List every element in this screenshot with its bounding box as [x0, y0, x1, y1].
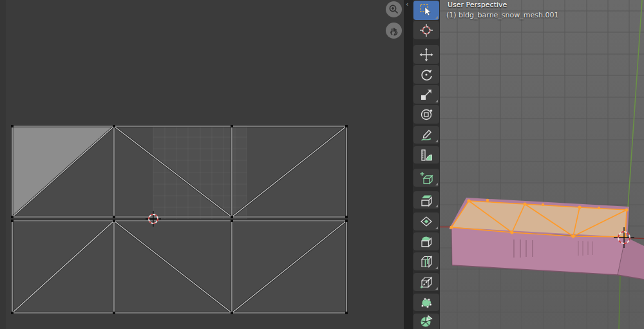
- tool-scale[interactable]: [413, 85, 439, 104]
- tool-inset-faces[interactable]: [413, 212, 439, 230]
- tool-annotate[interactable]: [413, 126, 439, 144]
- blender-window: ‹: [0, 0, 644, 329]
- tool-move[interactable]: [413, 45, 439, 64]
- select-box-icon: [419, 3, 433, 17]
- scale-icon: [419, 88, 433, 102]
- tool-loop-cut[interactable]: [413, 252, 439, 270]
- y-axis-green-negative: [619, 275, 620, 329]
- transform-icon: [419, 108, 433, 122]
- building-mesh[interactable]: [449, 198, 644, 279]
- viewport-view-label: User Perspective: [448, 1, 507, 9]
- magnifier-plus-icon: [388, 4, 399, 15]
- move-icon: [419, 48, 433, 62]
- viewport-object-label: (1) bldg_barne_snow_mesh.001: [446, 11, 558, 19]
- rotate-icon: [419, 68, 433, 82]
- tool-bevel[interactable]: [413, 232, 439, 250]
- viewport-3d[interactable]: User Perspective (1) bldg_barne_snow_mes…: [440, 0, 644, 329]
- hand-icon: [389, 26, 399, 36]
- tool-poly-build[interactable]: [413, 294, 439, 311]
- axis-lines: [440, 0, 644, 329]
- extrude-region-icon: [419, 193, 433, 207]
- y-axis-green: [628, 0, 642, 208]
- tool-cursor[interactable]: [413, 21, 439, 39]
- uv-editor-canvas[interactable]: [0, 0, 404, 329]
- add-cube-icon: [419, 171, 433, 185]
- loop-cut-icon: [419, 254, 433, 268]
- tool-measure[interactable]: [413, 146, 439, 164]
- collapse-chevron-icon[interactable]: ‹: [406, 1, 408, 8]
- tool-rotate[interactable]: [413, 65, 439, 84]
- tool-toolbar: [413, 0, 440, 329]
- cursor-tool-icon: [419, 23, 433, 37]
- uv-mesh-drawing: [0, 0, 404, 329]
- tool-knife[interactable]: [413, 273, 439, 291]
- spin-icon: [419, 314, 433, 328]
- editor-separator: ‹: [404, 0, 413, 329]
- pan-button[interactable]: [386, 23, 402, 39]
- tool-transform[interactable]: [413, 105, 439, 124]
- tool-spin[interactable]: [413, 314, 439, 329]
- inset-faces-icon: [419, 214, 433, 229]
- tool-select-box[interactable]: [413, 1, 439, 20]
- tool-add-cube[interactable]: [413, 169, 439, 187]
- bevel-icon: [419, 234, 433, 249]
- zoom-button[interactable]: [386, 1, 402, 17]
- annotate-icon: [419, 128, 433, 142]
- poly-build-icon: [419, 296, 433, 310]
- knife-icon: [419, 275, 433, 289]
- viewport-3d-drawing: [440, 0, 644, 329]
- tool-extrude-region[interactable]: [413, 191, 439, 209]
- measure-icon: [419, 148, 433, 162]
- viewport-grid: [440, 0, 644, 329]
